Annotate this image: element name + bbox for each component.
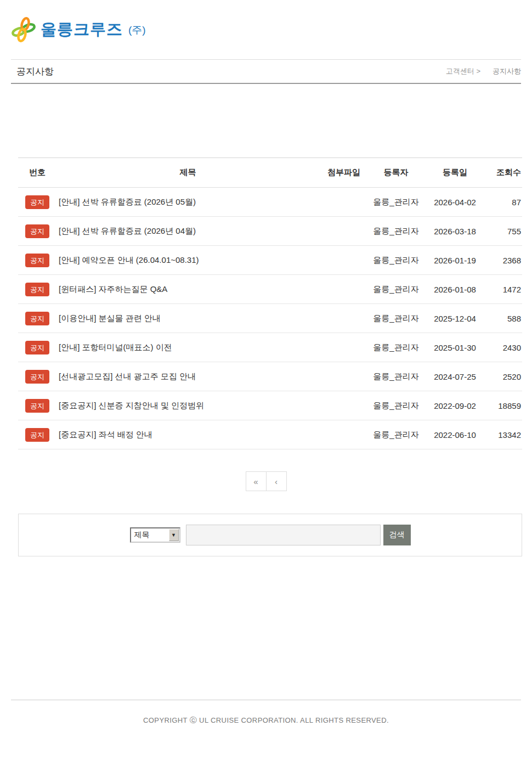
breadcrumb-current: 공지사항	[493, 67, 521, 75]
notice-number-cell: 공지	[18, 217, 56, 246]
notice-date-cell: 2025-01-30	[423, 333, 486, 362]
notice-date-cell: 2022-06-10	[423, 420, 486, 449]
search-field-select[interactable]: 제목 ▼	[130, 527, 180, 543]
notice-attachment-cell	[319, 188, 369, 217]
table-row[interactable]: 공지 [안내] 포항터미널(매표소) 이전 울릉_관리자 2025-01-30 …	[18, 333, 522, 362]
search-button[interactable]: 검색	[383, 525, 411, 545]
notice-attachment-cell	[319, 420, 369, 449]
notice-badge: 공지	[25, 254, 49, 267]
table-row[interactable]: 공지 [안내] 예약오픈 안내 (26.04.01~08.31) 울릉_관리자 …	[18, 246, 522, 275]
table-row[interactable]: 공지 [선내광고모집] 선내 광고주 모집 안내 울릉_관리자 2024-07-…	[18, 362, 522, 391]
notice-author-cell: 울릉_관리자	[369, 362, 423, 391]
copyright-text: COPYRIGHT ⓒ UL CRUISE CORPORATION. ALL R…	[11, 716, 521, 725]
notice-title-cell: [이용안내] 분실물 관련 안내	[56, 304, 319, 333]
notice-title-link[interactable]: [중요공지] 좌석 배정 안내	[59, 430, 152, 439]
header-number: 번호	[18, 158, 56, 188]
notice-views-cell: 2520	[486, 362, 522, 391]
notice-badge: 공지	[25, 399, 49, 413]
notice-attachment-cell	[319, 333, 369, 362]
notice-title-link[interactable]: [안내] 예약오픈 안내 (26.04.01~08.31)	[59, 255, 199, 264]
notice-title-link[interactable]: [선내광고모집] 선내 광고주 모집 안내	[59, 372, 196, 381]
logo-text: 울릉크루즈	[41, 19, 123, 41]
notice-table: 번호 제목 첨부파일 등록자 등록일 조회수 공지 [안내] 선박 유류할증료 …	[18, 157, 522, 449]
notice-attachment-cell	[319, 275, 369, 304]
notice-date-cell: 2026-04-02	[423, 188, 486, 217]
notice-title-link[interactable]: [윈터패스] 자주하는질문 Q&A	[59, 284, 167, 294]
notice-title-cell: [중요공지] 신분증 지참안내 및 인정범위	[56, 391, 319, 420]
search-row: 제목 ▼ 검색	[130, 525, 411, 545]
header-title: 제목	[56, 158, 319, 188]
notice-table-wrap: 번호 제목 첨부파일 등록자 등록일 조회수 공지 [안내] 선박 유류할증료 …	[18, 157, 522, 449]
notice-author-cell: 울릉_관리자	[369, 333, 423, 362]
header-views: 조회수	[486, 158, 522, 188]
notice-title-link[interactable]: [중요공지] 신분증 지참안내 및 인정범위	[59, 401, 204, 410]
notice-attachment-cell	[319, 391, 369, 420]
header-date: 등록일	[423, 158, 486, 188]
logo[interactable]: 울릉크루즈 (주)	[11, 17, 146, 42]
notice-date-cell: 2026-03-18	[423, 217, 486, 246]
table-row[interactable]: 공지 [안내] 선박 유류할증료 (2026년 05월) 울릉_관리자 2026…	[18, 188, 522, 217]
notice-attachment-cell	[319, 362, 369, 391]
notice-title-link[interactable]: [이용안내] 분실물 관련 안내	[59, 313, 161, 323]
notice-author-cell: 울릉_관리자	[369, 246, 423, 275]
main-content: 번호 제목 첨부파일 등록자 등록일 조회수 공지 [안내] 선박 유류할증료 …	[0, 157, 532, 556]
title-bar: 공지사항 고객센터 >공지사항	[11, 59, 521, 84]
notice-views-cell: 755	[486, 217, 522, 246]
notice-views-cell: 588	[486, 304, 522, 333]
table-row[interactable]: 공지 [중요공지] 신분증 지참안내 및 인정범위 울릉_관리자 2022-09…	[18, 391, 522, 420]
notice-number-cell: 공지	[18, 304, 56, 333]
table-row[interactable]: 공지 [윈터패스] 자주하는질문 Q&A 울릉_관리자 2026-01-08 1…	[18, 275, 522, 304]
notice-title-link[interactable]: [안내] 선박 유류할증료 (2026년 04월)	[59, 226, 196, 235]
site-header: 울릉크루즈 (주)	[0, 0, 532, 59]
notice-number-cell: 공지	[18, 333, 56, 362]
table-row[interactable]: 공지 [중요공지] 좌석 배정 안내 울릉_관리자 2022-06-10 133…	[18, 420, 522, 449]
notice-number-cell: 공지	[18, 246, 56, 275]
notice-author-cell: 울릉_관리자	[369, 391, 423, 420]
notice-title-cell: [안내] 선박 유류할증료 (2026년 05월)	[56, 188, 319, 217]
notice-views-cell: 2368	[486, 246, 522, 275]
notice-views-cell: 2430	[486, 333, 522, 362]
logo-suffix: (주)	[128, 23, 146, 37]
notice-title-cell: [안내] 포항터미널(매표소) 이전	[56, 333, 319, 362]
search-input[interactable]	[186, 525, 381, 545]
notice-author-cell: 울릉_관리자	[369, 217, 423, 246]
notice-date-cell: 2026-01-19	[423, 246, 486, 275]
pagination-first-button[interactable]: «	[246, 471, 267, 491]
notice-number-cell: 공지	[18, 391, 56, 420]
notice-author-cell: 울릉_관리자	[369, 304, 423, 333]
notice-author-cell: 울릉_관리자	[369, 275, 423, 304]
notice-author-cell: 울릉_관리자	[369, 420, 423, 449]
table-row[interactable]: 공지 [안내] 선박 유류할증료 (2026년 04월) 울릉_관리자 2026…	[18, 217, 522, 246]
notice-number-cell: 공지	[18, 420, 56, 449]
notice-views-cell: 87	[486, 188, 522, 217]
notice-attachment-cell	[319, 217, 369, 246]
table-row[interactable]: 공지 [이용안내] 분실물 관련 안내 울릉_관리자 2025-12-04 58…	[18, 304, 522, 333]
notice-title-link[interactable]: [안내] 포항터미널(매표소) 이전	[59, 342, 172, 352]
notice-views-cell: 18859	[486, 391, 522, 420]
notice-title-link[interactable]: [안내] 선박 유류할증료 (2026년 05월)	[59, 197, 196, 206]
logo-flower-icon	[11, 17, 36, 42]
pagination: « ‹	[0, 471, 532, 491]
chevron-down-icon[interactable]: ▼	[169, 529, 179, 541]
footer: COPYRIGHT ⓒ UL CRUISE CORPORATION. ALL R…	[11, 700, 521, 725]
pagination-prev-button[interactable]: ‹	[266, 471, 287, 491]
breadcrumb: 고객센터 >공지사항	[446, 66, 521, 76]
breadcrumb-parent[interactable]: 고객센터 >	[446, 67, 480, 75]
notice-number-cell: 공지	[18, 275, 56, 304]
notice-number-cell: 공지	[18, 362, 56, 391]
notice-title-cell: [안내] 선박 유류할증료 (2026년 04월)	[56, 217, 319, 246]
notice-title-cell: [안내] 예약오픈 안내 (26.04.01~08.31)	[56, 246, 319, 275]
notice-date-cell: 2024-07-25	[423, 362, 486, 391]
notice-badge: 공지	[25, 224, 49, 238]
notice-date-cell: 2025-12-04	[423, 304, 486, 333]
search-box: 제목 ▼ 검색	[18, 514, 522, 556]
notice-number-cell: 공지	[18, 188, 56, 217]
notice-attachment-cell	[319, 246, 369, 275]
notice-views-cell: 1472	[486, 275, 522, 304]
notice-table-header: 번호 제목 첨부파일 등록자 등록일 조회수	[18, 158, 522, 188]
notice-badge: 공지	[25, 312, 49, 325]
notice-date-cell: 2026-01-08	[423, 275, 486, 304]
notice-title-cell: [중요공지] 좌석 배정 안내	[56, 420, 319, 449]
notice-title-cell: [윈터패스] 자주하는질문 Q&A	[56, 275, 319, 304]
notice-badge: 공지	[25, 428, 49, 442]
